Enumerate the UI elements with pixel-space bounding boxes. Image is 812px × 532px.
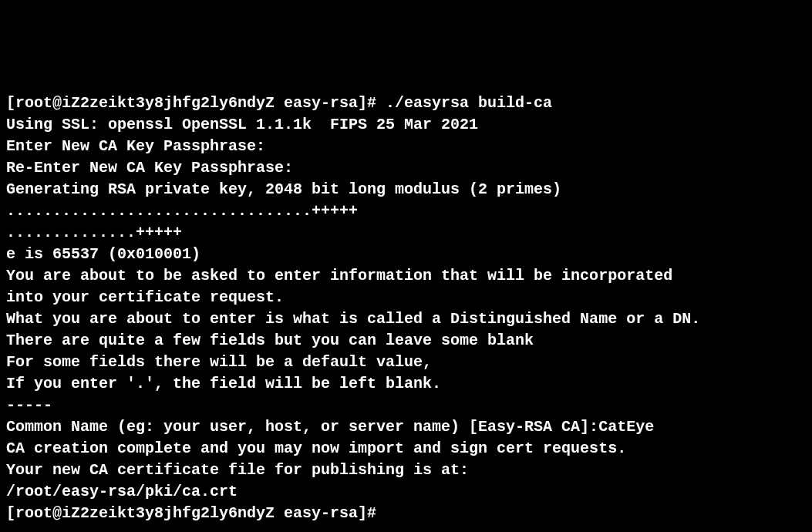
terminal-line: If you enter '.', the field will be left… bbox=[6, 373, 806, 395]
terminal-line: You are about to be asked to enter infor… bbox=[6, 265, 806, 287]
terminal-line: e is 65537 (0x010001) bbox=[6, 244, 806, 265]
terminal-line: Re-Enter New CA Key Passphrase: bbox=[6, 157, 806, 179]
terminal-line: into your certificate request. bbox=[6, 287, 806, 308]
terminal-line: Your new CA certificate file for publish… bbox=[6, 460, 806, 481]
terminal-line: [root@iZ2zeikt3y8jhfg2ly6ndyZ easy-rsa]#… bbox=[6, 93, 806, 114]
terminal-line: Enter New CA Key Passphrase: bbox=[6, 136, 806, 157]
terminal-output[interactable]: [root@iZ2zeikt3y8jhfg2ly6ndyZ easy-rsa]#… bbox=[6, 93, 806, 524]
terminal-line: What you are about to enter is what is c… bbox=[6, 308, 806, 330]
terminal-line: Common Name (eg: your user, host, or ser… bbox=[6, 416, 806, 438]
terminal-line: ..............+++++ bbox=[6, 222, 806, 244]
terminal-line: /root/easy-rsa/pki/ca.crt bbox=[6, 481, 806, 503]
terminal-prompt[interactable]: [root@iZ2zeikt3y8jhfg2ly6ndyZ easy-rsa]# bbox=[6, 503, 806, 524]
terminal-line: .................................+++++ bbox=[6, 200, 806, 222]
terminal-line: Using SSL: openssl OpenSSL 1.1.1k FIPS 2… bbox=[6, 114, 806, 136]
terminal-line: CA creation complete and you may now imp… bbox=[6, 438, 806, 460]
terminal-line: For some fields there will be a default … bbox=[6, 352, 806, 373]
terminal-line: Generating RSA private key, 2048 bit lon… bbox=[6, 179, 806, 200]
terminal-line: ----- bbox=[6, 395, 806, 416]
terminal-line: There are quite a few fields but you can… bbox=[6, 330, 806, 352]
